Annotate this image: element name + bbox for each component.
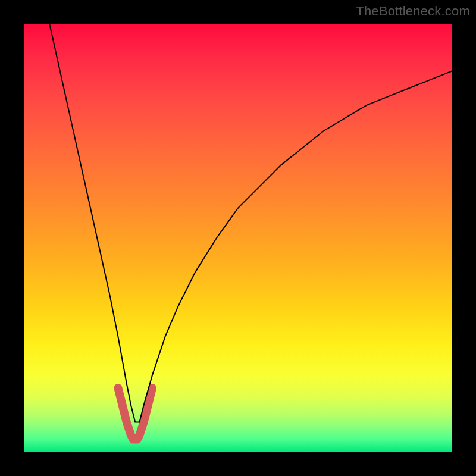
chart-frame: TheBottleneck.com	[0, 0, 476, 476]
sweet-spot-overlay	[118, 388, 152, 439]
plot-area	[24, 24, 452, 452]
watermark-text: TheBottleneck.com	[356, 4, 470, 19]
bottleneck-curve	[49, 24, 452, 422]
curve-layer	[24, 24, 452, 452]
